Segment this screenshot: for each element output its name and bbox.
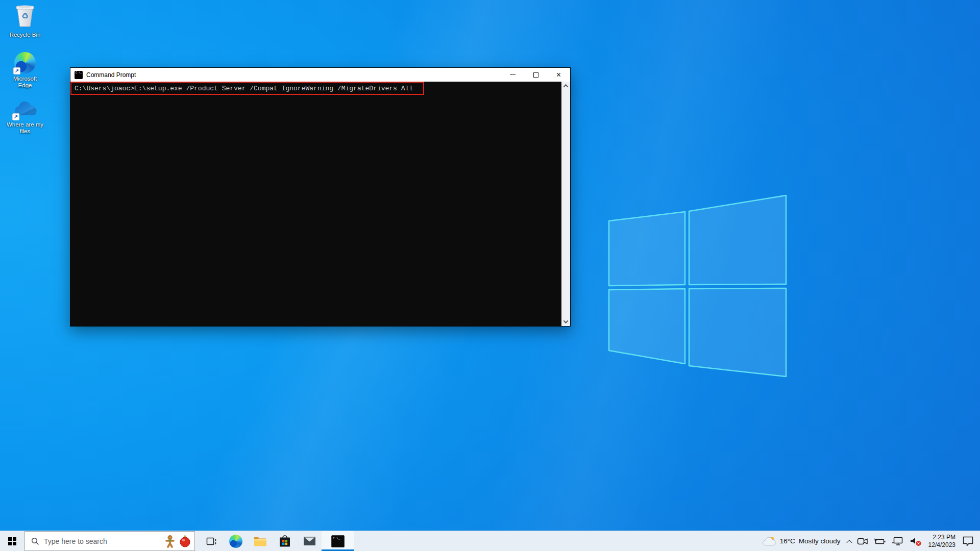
battery-icon[interactable] bbox=[874, 537, 886, 546]
desktop-icon-label: Microsoft Edge bbox=[6, 76, 44, 89]
show-hidden-icons-button[interactable] bbox=[846, 540, 852, 545]
file-explorer-icon bbox=[254, 536, 267, 547]
gingerbread-icon bbox=[165, 535, 175, 548]
system-tray: 16°C Mostly cloudy bbox=[762, 531, 980, 551]
window-titlebar[interactable]: C:\_ Command Prompt × bbox=[70, 68, 570, 82]
task-view-button[interactable] bbox=[199, 531, 224, 551]
taskbar-clock[interactable]: 2:23 PM 12/4/2023 bbox=[928, 534, 955, 549]
shortcut-arrow-icon: ↗ bbox=[12, 113, 19, 120]
volume-muted-icon[interactable] bbox=[910, 536, 922, 546]
search-box[interactable] bbox=[24, 531, 195, 551]
weather-condition-text: Mostly cloudy bbox=[799, 537, 841, 545]
edge-icon: ↗ bbox=[14, 52, 36, 73]
mail-icon bbox=[303, 536, 316, 546]
console-area[interactable]: C:\Users\joaoc>E:\setup.exe /Product Ser… bbox=[70, 82, 570, 326]
chevron-up-icon bbox=[564, 84, 569, 89]
command-prompt-taskbar-button[interactable]: C:\_ bbox=[322, 531, 354, 551]
task-view-icon bbox=[205, 535, 217, 547]
command-prompt-window: C:\_ Command Prompt × C:\Users\joaoc>E:\… bbox=[70, 67, 571, 327]
taskbar: C:\_ 16°C Mostly cloudy bbox=[0, 531, 980, 551]
network-icon[interactable] bbox=[892, 536, 904, 546]
microsoft-store-icon bbox=[279, 534, 291, 548]
search-input[interactable] bbox=[44, 537, 160, 545]
desktop-icon-label: Recycle Bin bbox=[10, 32, 41, 38]
minimize-icon bbox=[510, 74, 516, 75]
console-scrollbar[interactable] bbox=[561, 82, 570, 326]
ornament-icon bbox=[180, 535, 190, 547]
close-icon: × bbox=[556, 71, 561, 79]
maximize-icon bbox=[533, 72, 538, 78]
edge-taskbar-button[interactable] bbox=[224, 531, 248, 551]
cmd-icon: C:\_ bbox=[75, 71, 83, 79]
scroll-up-button[interactable] bbox=[561, 82, 570, 90]
screen: ♻ Recycle Bin ↗ Microsoft Edge ↗ Where bbox=[0, 0, 980, 551]
desktop-icon-label: Where are my files bbox=[6, 121, 44, 135]
time-text: 2:23 PM bbox=[928, 534, 955, 541]
action-center-button[interactable] bbox=[962, 536, 974, 546]
date-text: 12/4/2023 bbox=[928, 541, 955, 549]
meet-now-icon[interactable] bbox=[857, 537, 868, 546]
edge-icon bbox=[229, 535, 242, 548]
microsoft-store-button[interactable] bbox=[273, 531, 297, 551]
windows-start-icon bbox=[8, 537, 16, 545]
weather-icon bbox=[762, 536, 776, 547]
maximize-button[interactable] bbox=[524, 68, 547, 82]
shortcut-arrow-icon: ↗ bbox=[13, 67, 20, 74]
desktop-icon-recycle-bin[interactable]: ♻ Recycle Bin bbox=[3, 4, 47, 38]
weather-widget[interactable]: 16°C Mostly cloudy bbox=[762, 536, 841, 547]
scroll-down-button[interactable] bbox=[561, 317, 570, 326]
minimize-button[interactable] bbox=[501, 68, 524, 82]
onedrive-cloud-icon: ↗ bbox=[13, 101, 37, 119]
temperature-text: 16°C bbox=[780, 537, 795, 545]
window-title: Command Prompt bbox=[86, 71, 501, 79]
start-button[interactable] bbox=[0, 531, 24, 551]
file-explorer-button[interactable] bbox=[248, 531, 273, 551]
cmd-icon: C:\_ bbox=[331, 535, 345, 547]
svg-text:♻: ♻ bbox=[21, 12, 29, 20]
close-button[interactable]: × bbox=[547, 68, 570, 82]
taskbar-app-row: C:\_ bbox=[199, 531, 354, 551]
desktop-icon-microsoft-edge[interactable]: ↗ Microsoft Edge bbox=[3, 52, 47, 89]
desktop-icon-where-are-my-files[interactable]: ↗ Where are my files bbox=[3, 101, 47, 135]
windows-logo-wallpaper bbox=[607, 193, 789, 380]
tray-icons bbox=[847, 536, 922, 546]
recycle-bin-icon: ♻ bbox=[14, 4, 36, 30]
mail-button[interactable] bbox=[297, 531, 322, 551]
search-icon bbox=[31, 537, 39, 545]
red-highlight-box bbox=[70, 82, 424, 95]
chevron-down-icon bbox=[564, 318, 569, 323]
